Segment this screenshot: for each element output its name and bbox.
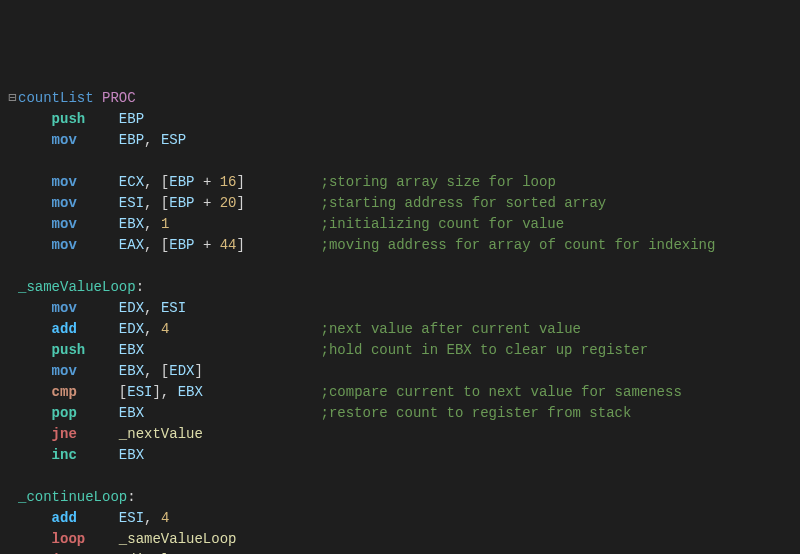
- token-punct: ],: [152, 384, 177, 400]
- indent: [18, 447, 52, 463]
- token-reg: EBX: [178, 384, 203, 400]
- indent: [18, 132, 52, 148]
- indent: [18, 531, 52, 547]
- token-punct: ,: [144, 321, 161, 337]
- token-reg: ESI: [127, 384, 152, 400]
- fold-icon[interactable]: ⊟: [8, 88, 18, 109]
- code-line[interactable]: mov ECX, [EBP + 16] ;storing array size …: [8, 172, 800, 193]
- gutter: [8, 256, 18, 277]
- token-punct: :: [136, 279, 144, 295]
- token-comment: ;starting address for sorted array: [321, 195, 607, 211]
- code-line[interactable]: mov EBP, ESP: [8, 130, 800, 151]
- code-line[interactable]: mov EAX, [EBP + 44] ;moving address for …: [8, 235, 800, 256]
- token-punct: ]: [237, 237, 245, 253]
- token-punct: , [: [144, 195, 169, 211]
- indent: [18, 342, 52, 358]
- code-line[interactable]: pop EBX ;restore count to register from …: [8, 403, 800, 424]
- code-editor[interactable]: ⊟countList PROC push EBP mov EBP, ESP mo…: [0, 84, 800, 554]
- indent: [18, 111, 52, 127]
- indent: [18, 216, 52, 232]
- code-line[interactable]: inc EBX: [8, 445, 800, 466]
- token-reg: EBX: [119, 447, 144, 463]
- token-label: _nextValue: [119, 426, 203, 442]
- token: [77, 447, 119, 463]
- code-line[interactable]: ⊟countList PROC: [8, 88, 800, 109]
- token-punct: , [: [144, 237, 169, 253]
- token-num: 44: [220, 237, 237, 253]
- gutter: [8, 508, 18, 529]
- gutter: [8, 487, 18, 508]
- token-kw-mov: mov: [52, 363, 77, 379]
- gutter: [8, 466, 18, 487]
- code-line[interactable]: [8, 466, 800, 487]
- token-kw-add: add: [52, 321, 77, 337]
- gutter: [8, 319, 18, 340]
- token-reg: EBP: [119, 111, 144, 127]
- token-reg: EBX: [119, 216, 144, 232]
- token-reg: EAX: [119, 237, 144, 253]
- code-line[interactable]: add ESI, 4: [8, 508, 800, 529]
- token-kw-mov: mov: [52, 174, 77, 190]
- gutter: [8, 151, 18, 172]
- token-reg: ESI: [119, 510, 144, 526]
- token-kw-jne: jne: [52, 426, 77, 442]
- indent: [18, 384, 52, 400]
- token-reg: EDX: [119, 300, 144, 316]
- token-reg: EBP: [169, 237, 194, 253]
- token-punct: ,: [144, 300, 161, 316]
- token-comment: ;initializing count for value: [321, 216, 565, 232]
- token: [203, 384, 321, 400]
- token: [77, 174, 119, 190]
- token: [77, 510, 119, 526]
- token-punct: , [: [144, 174, 169, 190]
- code-line[interactable]: jmp _displayPrep: [8, 550, 800, 554]
- token-punct: ,: [144, 216, 161, 232]
- gutter: [8, 277, 18, 298]
- gutter: [8, 361, 18, 382]
- token-reg: ESP: [161, 132, 186, 148]
- token: [85, 531, 119, 547]
- token-comment: ;restore count to register from stack: [321, 405, 632, 421]
- code-line[interactable]: mov EBX, 1 ;initializing count for value: [8, 214, 800, 235]
- code-line[interactable]: mov ESI, [EBP + 20] ;starting address fo…: [8, 193, 800, 214]
- token: [77, 405, 119, 421]
- token-kw-add: add: [52, 510, 77, 526]
- indent: [18, 363, 52, 379]
- token-kw-proc: PROC: [102, 90, 136, 106]
- code-line[interactable]: push EBX ;hold count in EBX to clear up …: [8, 340, 800, 361]
- token: [169, 321, 320, 337]
- code-line[interactable]: jne _nextValue: [8, 424, 800, 445]
- code-line[interactable]: _continueLoop:: [8, 487, 800, 508]
- code-line[interactable]: [8, 151, 800, 172]
- token-comment: ;hold count in EBX to clear up register: [320, 342, 648, 358]
- gutter: [8, 193, 18, 214]
- token-reg: EBX: [119, 405, 144, 421]
- code-line[interactable]: cmp [ESI], EBX ;compare current to next …: [8, 382, 800, 403]
- token-reg: EDX: [119, 321, 144, 337]
- token-num: 4: [161, 510, 169, 526]
- token-kw-loop: loop: [52, 531, 86, 547]
- token-proc-name: countList: [18, 90, 94, 106]
- token: [169, 216, 320, 232]
- token: [77, 132, 119, 148]
- code-line[interactable]: loop _sameValueLoop: [8, 529, 800, 550]
- code-line[interactable]: [8, 256, 800, 277]
- code-line[interactable]: mov EDX, ESI: [8, 298, 800, 319]
- code-line[interactable]: push EBP: [8, 109, 800, 130]
- code-line[interactable]: mov EBX, [EDX]: [8, 361, 800, 382]
- gutter: [8, 172, 18, 193]
- token: [245, 237, 321, 253]
- token-reg: ESI: [161, 300, 186, 316]
- token-punct: +: [195, 195, 220, 211]
- indent: [18, 300, 52, 316]
- token-reg: ESI: [119, 195, 144, 211]
- code-line[interactable]: _sameValueLoop:: [8, 277, 800, 298]
- indent: [18, 510, 52, 526]
- code-line[interactable]: add EDX, 4 ;next value after current val…: [8, 319, 800, 340]
- token-punct: ,: [144, 132, 161, 148]
- token-punct: ]: [237, 195, 245, 211]
- token-num: 20: [220, 195, 237, 211]
- token-reg: EBX: [119, 363, 144, 379]
- indent: [18, 405, 52, 421]
- token-punct: +: [195, 174, 220, 190]
